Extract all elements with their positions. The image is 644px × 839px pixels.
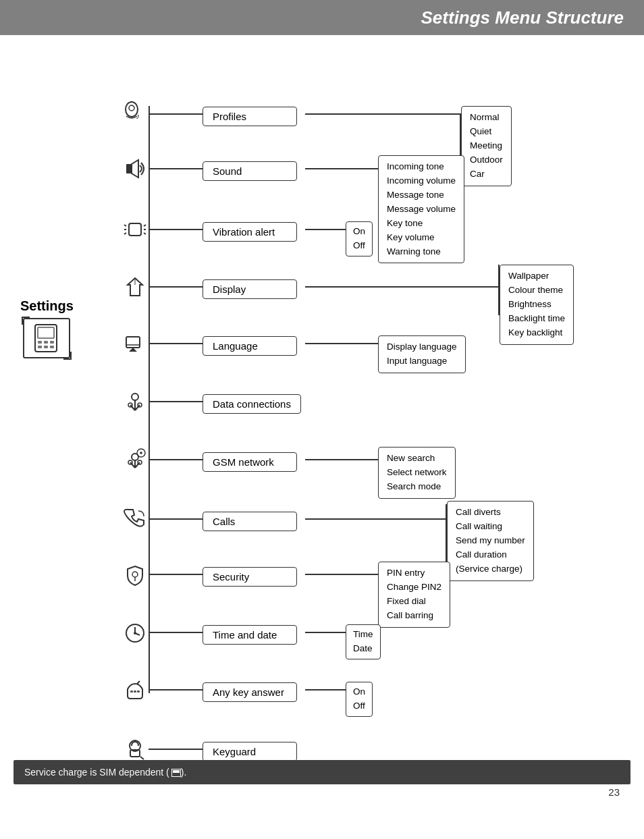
anykey-box: Any key answer — [203, 682, 297, 702]
timedate-onoff-box: Time Date — [346, 624, 381, 659]
gsm-opt-3: Search mode — [387, 480, 447, 494]
profiles-opt-4: Outdoor — [470, 153, 503, 167]
svg-rect-3 — [44, 341, 48, 344]
language-to-sub — [305, 343, 378, 344]
phone-icon — [23, 318, 70, 358]
anykey-onoff-box: On Off — [346, 682, 373, 717]
security-icon — [123, 563, 147, 587]
sound-opt-4: Message volume — [387, 202, 456, 217]
keyguard-icon — [123, 737, 147, 761]
display-opt-5: Key backlight — [508, 326, 565, 340]
svg-line-16 — [124, 233, 126, 234]
footer-text: Service charge is SIM dependent ( — [24, 767, 169, 778]
sound-opt-3: Message tone — [387, 188, 456, 202]
sound-box: Sound — [203, 161, 297, 181]
svg-point-25 — [132, 394, 138, 400]
security-to-sub — [305, 574, 378, 575]
timedate-time: Time — [353, 628, 373, 642]
calls-icon — [123, 506, 147, 531]
gsm-icon — [123, 447, 147, 471]
sound-opt-1: Incoming tone — [387, 160, 456, 174]
anykey-icon — [123, 678, 147, 702]
profiles-branch — [149, 113, 203, 115]
gsm-branch — [149, 459, 203, 460]
page-title: Settings Menu Structure — [421, 7, 624, 28]
vibration-box: Vibration alert — [203, 222, 297, 242]
gsm-opt-1: New search — [387, 452, 447, 466]
svg-line-49 — [137, 681, 140, 684]
display-icon — [123, 275, 147, 299]
language-opt-2: Input language — [387, 354, 457, 369]
display-opt-3: Brightness — [508, 298, 565, 312]
sound-opt-5: Key tone — [387, 217, 456, 231]
timedate-box: Time and date — [203, 625, 297, 645]
page-header: Settings Menu Structure — [0, 0, 644, 35]
svg-line-19 — [144, 233, 146, 234]
sound-branch — [149, 168, 203, 169]
svg-line-52 — [140, 757, 144, 759]
anykey-to-onoff — [305, 689, 346, 691]
display-opt-2: Colour theme — [508, 283, 565, 298]
svg-rect-2 — [38, 341, 42, 344]
sound-sub-box: Incoming tone Incoming volume Message to… — [378, 155, 464, 263]
svg-rect-13 — [129, 223, 141, 236]
profiles-opt-2: Quiet — [470, 125, 503, 139]
language-sub-box: Display language Input language — [378, 335, 466, 373]
sound-to-sub — [305, 168, 378, 169]
security-opt-3: Fixed dial — [387, 595, 441, 609]
svg-line-17 — [144, 225, 146, 226]
display-box: Display — [203, 279, 297, 299]
language-icon — [123, 332, 147, 356]
svg-rect-4 — [50, 341, 54, 344]
profiles-sub-box: Normal Quiet Meeting Outdoor Car — [461, 106, 512, 186]
calls-sub-box: Call diverts Call waiting Send my number… — [447, 501, 534, 581]
footer-bar: Service charge is SIM dependent (). — [14, 760, 630, 784]
vibration-icon — [123, 217, 147, 242]
sound-opt-7: Warning tone — [387, 245, 456, 259]
vibration-branch — [149, 229, 203, 230]
spine-line — [149, 106, 150, 693]
vibration-off: Off — [353, 239, 365, 253]
security-branch — [149, 574, 203, 575]
svg-point-40 — [132, 572, 138, 577]
calls-to-sub — [305, 518, 446, 520]
sim-icon — [171, 769, 181, 777]
language-opt-1: Display language — [387, 340, 457, 354]
profiles-to-sub — [305, 113, 460, 115]
security-opt-1: PIN entry — [387, 566, 441, 580]
language-branch — [149, 343, 203, 344]
display-to-sub — [305, 286, 499, 288]
phone-svg — [30, 323, 63, 353]
profiles-box: Profiles — [203, 107, 297, 126]
svg-rect-22 — [126, 337, 140, 348]
sound-icon — [123, 157, 147, 181]
svg-marker-12 — [132, 160, 138, 178]
data-box: Data connections — [203, 394, 301, 414]
vibration-to-onoff — [305, 229, 346, 230]
calls-opt-3: Send my number — [456, 534, 525, 548]
security-opt-2: Change PIN2 — [387, 580, 441, 595]
svg-text:♪: ♪ — [136, 111, 140, 121]
display-opt-4: Backlight time — [508, 312, 565, 326]
security-opt-4: Call barring — [387, 609, 441, 623]
svg-rect-46 — [130, 691, 133, 693]
display-sub-box: Wallpaper Colour theme Brightness Backli… — [500, 265, 574, 345]
display-opt-1: Wallpaper — [508, 269, 565, 283]
timedate-date: Date — [353, 642, 373, 656]
data-icon — [123, 389, 147, 414]
calls-opt-1: Call diverts — [456, 506, 525, 520]
svg-point-9 — [129, 105, 134, 111]
svg-point-45 — [134, 632, 136, 634]
svg-rect-48 — [137, 691, 140, 693]
anykey-branch — [149, 689, 203, 691]
profiles-opt-5: Car — [470, 167, 503, 182]
svg-rect-47 — [134, 691, 136, 693]
profiles-opt-3: Meeting — [470, 139, 503, 153]
svg-line-14 — [124, 225, 126, 226]
data-branch — [149, 401, 203, 402]
calls-opt-2: Call waiting — [456, 520, 525, 534]
svg-rect-5 — [38, 346, 42, 348]
sound-opt-6: Key volume — [387, 231, 456, 245]
gsm-sub-box: New search Select network Search mode — [378, 447, 456, 499]
svg-rect-6 — [44, 346, 48, 348]
